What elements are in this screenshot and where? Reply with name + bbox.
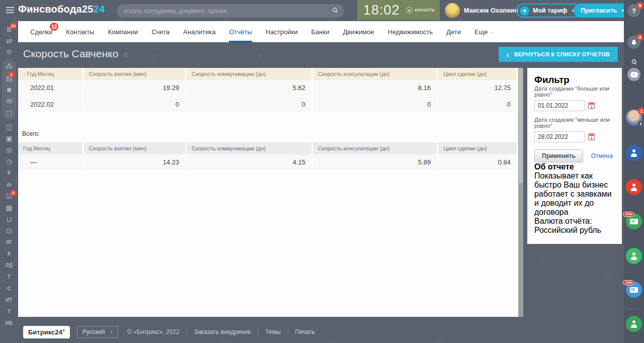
main-nav: Сделки12 Контакты Компании Счета Аналити… bbox=[18, 21, 624, 42]
user-avatar[interactable] bbox=[445, 3, 460, 18]
tasks-icon[interactable]: ☑3 bbox=[0, 190, 18, 202]
cancel-link[interactable]: Отмена bbox=[591, 152, 613, 159]
workgroup-avatar[interactable]: С bbox=[0, 283, 18, 294]
cash-register-icon[interactable]: ▦ bbox=[0, 202, 18, 213]
filter-panel: Фильтр Дата создания "больше или равно" … bbox=[527, 68, 622, 244]
calendar-icon[interactable] bbox=[588, 102, 595, 109]
cell-value: 0 bbox=[83, 96, 186, 113]
clock-icon[interactable]: ◷ bbox=[0, 155, 18, 167]
cell-month: 2022.01 bbox=[18, 80, 83, 96]
tab-realestate[interactable]: Недвижимость bbox=[388, 21, 433, 42]
column-header-comm-speed[interactable]: Скорость коммуникации (дн) bbox=[186, 68, 312, 80]
workgroup-avatar-o[interactable]: O bbox=[0, 46, 18, 58]
date-from-input[interactable] bbox=[534, 100, 585, 111]
pinned-icon-group: ⁂ ▤1 ☻ ✉ ▢ bbox=[2, 59, 16, 120]
help-button[interactable]: ?9 bbox=[627, 4, 640, 17]
cell-value: 4.15 bbox=[186, 154, 312, 170]
chat-user-avatar[interactable]: 1▮ bbox=[626, 110, 642, 126]
right-icon-rail: ?9 4 ≡ 1▮ CRM CRM ⚿ ☎ bbox=[624, 0, 644, 343]
user-menu[interactable]: Максим Охапкин▾ bbox=[464, 7, 522, 14]
notifications-bell-button[interactable]: 4 bbox=[627, 36, 640, 49]
tariff-label: Мой тариф bbox=[533, 7, 568, 14]
document-icon[interactable]: ▢ bbox=[2, 107, 16, 118]
tab-companies[interactable]: Компании bbox=[108, 21, 138, 42]
timer-time: 18:02 bbox=[363, 3, 400, 18]
favorite-star-icon[interactable]: ☆ bbox=[122, 50, 129, 59]
workgroup-avatar[interactable]: ИБ bbox=[0, 317, 18, 329]
calendar-icon[interactable] bbox=[588, 133, 595, 140]
feedback-chat-button[interactable]: ≡ bbox=[627, 68, 640, 81]
network-share-icon[interactable]: ⁂ bbox=[2, 60, 16, 72]
work-timer[interactable]: 18:02 НАЧАТЬ bbox=[357, 0, 440, 20]
contact-chat-icon[interactable] bbox=[626, 316, 642, 332]
workgroup-avatar[interactable]: РД bbox=[0, 260, 18, 271]
workgroup-avatar[interactable]: Т bbox=[0, 271, 18, 283]
help-badge: 9 bbox=[636, 2, 643, 9]
timer-start-button[interactable]: НАЧАТЬ bbox=[406, 7, 435, 14]
page-title: Скорость Савченко☆ bbox=[23, 48, 129, 60]
tab-reports[interactable]: Отчёты bbox=[229, 21, 252, 42]
page-header: Скорость Савченко☆ ‹ВЕРНУТЬСЯ К СПИСКУ О… bbox=[18, 42, 624, 68]
apply-button[interactable]: Применить bbox=[534, 149, 583, 162]
contact-chat-icon[interactable] bbox=[626, 179, 642, 195]
column-header-consult-speed[interactable]: Скорость консультации (дн) bbox=[312, 68, 438, 80]
print-link[interactable]: Печать bbox=[288, 328, 315, 335]
vertical-scrollbar[interactable] bbox=[518, 68, 523, 317]
search-icon[interactable] bbox=[333, 8, 337, 12]
scrollbar-thumb[interactable] bbox=[519, 68, 523, 184]
person-icon bbox=[630, 320, 637, 328]
date-to-input[interactable] bbox=[534, 131, 585, 142]
browser-window-icon[interactable]: ⊡ bbox=[0, 225, 18, 236]
column-header-deal-cycle[interactable]: Цикл сделки (дн) bbox=[438, 68, 518, 80]
target-icon[interactable]: ◎ bbox=[0, 144, 18, 155]
report-content: ↑Год.Месяц Скорость взятия (мин) Скорост… bbox=[18, 68, 518, 317]
mail-icon[interactable]: ✉ bbox=[2, 95, 16, 107]
crm-chat-icon[interactable]: CRM bbox=[626, 282, 642, 298]
cart-icon[interactable]: ⊔ bbox=[0, 213, 18, 225]
tab-settings[interactable]: Настройки bbox=[266, 21, 298, 42]
group-chat-icon[interactable] bbox=[626, 145, 642, 161]
workgroup-avatar-k[interactable]: К bbox=[0, 167, 18, 179]
book-icon[interactable]: ◫ bbox=[0, 121, 18, 132]
bitrix-brand-button[interactable]: Битрикс24® bbox=[23, 326, 70, 338]
contact-card-icon[interactable]: ▣ bbox=[0, 132, 18, 144]
tab-contacts[interactable]: Контакты bbox=[66, 21, 94, 42]
tariff-button[interactable]: ➤ Мой тариф ▾ bbox=[516, 4, 581, 18]
live-feed-icon[interactable]: ≣12 bbox=[0, 23, 18, 35]
search-input[interactable] bbox=[117, 4, 344, 18]
chart-icon[interactable]: ılı bbox=[0, 179, 18, 190]
tab-children[interactable]: Дети bbox=[446, 21, 461, 42]
top-bar: Финсвобода2524 18:02 НАЧАТЬ Максим Охапк… bbox=[0, 0, 624, 21]
app-logo[interactable]: Финсвобода2524 bbox=[18, 4, 105, 15]
workgroup-avatar[interactable]: К bbox=[0, 248, 18, 260]
sync-icon[interactable]: ⇄ bbox=[0, 35, 18, 46]
person-icon bbox=[630, 184, 637, 191]
column-header-month[interactable]: ↑Год.Месяц bbox=[18, 68, 83, 80]
tab-more[interactable]: Еще⌄ bbox=[474, 21, 494, 42]
order-implementation-link[interactable]: Заказать внедрение bbox=[187, 328, 251, 335]
column-header-month: Год.Месяц bbox=[18, 142, 83, 154]
column-header-take-speed[interactable]: Скорость взятия (мин) bbox=[83, 68, 186, 80]
workgroup-avatar[interactable]: Т bbox=[0, 306, 18, 317]
workgroup-avatar[interactable]: ЛГ bbox=[0, 236, 18, 248]
table-row[interactable]: 2022.01 19.29 5.62 8.16 12.75 bbox=[18, 80, 518, 96]
table-row[interactable]: 2022.02 0 0 0 0 bbox=[18, 96, 518, 113]
tab-banks[interactable]: Банки bbox=[311, 21, 330, 42]
tab-deals[interactable]: Сделки12 bbox=[30, 21, 52, 42]
language-selector[interactable]: Русский▾ bbox=[77, 326, 118, 338]
news-icon[interactable]: ▤1 bbox=[2, 72, 16, 83]
tab-invoices[interactable]: Счета bbox=[151, 21, 170, 42]
contact-chat-icon[interactable] bbox=[626, 248, 642, 264]
search-button[interactable] bbox=[632, 57, 636, 66]
back-to-reports-button[interactable]: ‹ВЕРНУТЬСЯ К СПИСКУ ОТЧЕТОВ bbox=[499, 47, 618, 62]
workgroup-avatar[interactable]: ИТ bbox=[0, 294, 18, 306]
crm-card-icon bbox=[630, 287, 638, 293]
tab-movable[interactable]: Движимое bbox=[343, 21, 374, 42]
invite-button[interactable]: Пригласить ▾ bbox=[574, 4, 631, 18]
hamburger-menu-icon[interactable] bbox=[6, 7, 14, 13]
people-icon[interactable]: ☻ bbox=[2, 83, 16, 95]
filter-title: Фильтр bbox=[534, 74, 615, 85]
crm-chat-icon[interactable]: CRM bbox=[626, 213, 642, 229]
tab-analytics[interactable]: Аналитика bbox=[183, 21, 215, 42]
themes-link[interactable]: Темы bbox=[258, 328, 280, 335]
